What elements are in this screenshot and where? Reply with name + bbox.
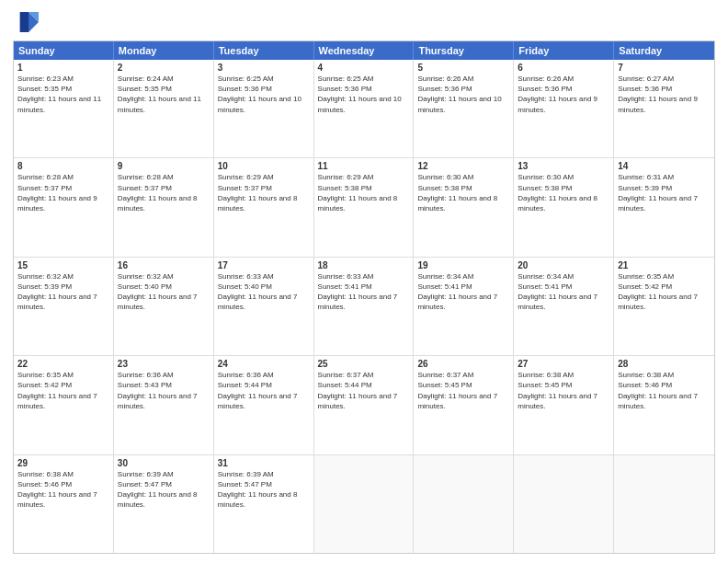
calendar-cell: 9Sunrise: 6:28 AMSunset: 5:37 PMDaylight…	[114, 158, 214, 256]
calendar-body: 1Sunrise: 6:23 AMSunset: 5:35 PMDaylight…	[14, 60, 714, 553]
day-number: 5	[417, 63, 509, 73]
page: Sunday Monday Tuesday Wednesday Thursday…	[0, 0, 728, 563]
day-number: 24	[218, 359, 310, 369]
day-number: 22	[17, 359, 109, 369]
cell-info: Sunrise: 6:30 AMSunset: 5:38 PMDaylight:…	[518, 172, 609, 213]
cell-info: Sunrise: 6:29 AMSunset: 5:38 PMDaylight:…	[318, 172, 410, 213]
cell-info: Sunrise: 6:25 AMSunset: 5:36 PMDaylight:…	[318, 74, 410, 115]
cell-info: Sunrise: 6:38 AMSunset: 5:45 PMDaylight:…	[518, 370, 609, 411]
cell-info: Sunrise: 6:29 AMSunset: 5:37 PMDaylight:…	[218, 172, 310, 213]
cell-info: Sunrise: 6:26 AMSunset: 5:36 PMDaylight:…	[518, 74, 609, 115]
day-number: 30	[118, 458, 210, 468]
cell-info: Sunrise: 6:34 AMSunset: 5:41 PMDaylight:…	[518, 271, 609, 313]
calendar-cell: 14Sunrise: 6:31 AMSunset: 5:39 PMDayligh…	[614, 158, 714, 256]
calendar-cell: 4Sunrise: 6:25 AMSunset: 5:36 PMDaylight…	[314, 60, 415, 157]
calendar-row: 29Sunrise: 6:38 AMSunset: 5:46 PMDayligh…	[14, 455, 714, 553]
day-number: 25	[318, 359, 410, 369]
day-number: 16	[118, 260, 210, 270]
day-number: 15	[17, 260, 109, 270]
day-number: 9	[118, 161, 210, 171]
day-number: 10	[218, 161, 310, 171]
calendar-cell: 7Sunrise: 6:27 AMSunset: 5:36 PMDaylight…	[614, 60, 714, 157]
day-number: 3	[218, 63, 310, 73]
calendar-cell: 10Sunrise: 6:29 AMSunset: 5:37 PMDayligh…	[214, 158, 314, 256]
header-sunday: Sunday	[14, 41, 114, 60]
calendar-cell: 27Sunrise: 6:38 AMSunset: 5:45 PMDayligh…	[514, 356, 614, 454]
day-number: 27	[518, 359, 609, 369]
day-number: 8	[17, 161, 109, 171]
day-number: 14	[618, 161, 711, 171]
svg-marker-1	[20, 12, 28, 32]
cell-info: Sunrise: 6:28 AMSunset: 5:37 PMDaylight:…	[118, 172, 210, 213]
cell-info: Sunrise: 6:27 AMSunset: 5:36 PMDaylight:…	[618, 74, 711, 115]
header-thursday: Thursday	[414, 41, 514, 60]
calendar-cell: 16Sunrise: 6:32 AMSunset: 5:40 PMDayligh…	[114, 258, 214, 355]
calendar-cell: 26Sunrise: 6:37 AMSunset: 5:45 PMDayligh…	[414, 356, 514, 454]
day-number: 18	[318, 260, 410, 270]
calendar-cell: 3Sunrise: 6:25 AMSunset: 5:36 PMDaylight…	[214, 60, 314, 157]
cell-info: Sunrise: 6:25 AMSunset: 5:36 PMDaylight:…	[218, 74, 310, 115]
day-number: 23	[118, 359, 210, 369]
day-number: 20	[518, 260, 609, 270]
cell-info: Sunrise: 6:39 AMSunset: 5:47 PMDaylight:…	[218, 469, 310, 511]
calendar-cell: 28Sunrise: 6:38 AMSunset: 5:46 PMDayligh…	[614, 356, 714, 454]
calendar-cell: 20Sunrise: 6:34 AMSunset: 5:41 PMDayligh…	[514, 258, 614, 355]
calendar-cell	[514, 455, 614, 553]
calendar-row: 1Sunrise: 6:23 AMSunset: 5:35 PMDaylight…	[14, 60, 714, 158]
logo-icon	[13, 9, 39, 35]
cell-info: Sunrise: 6:26 AMSunset: 5:36 PMDaylight:…	[417, 74, 509, 115]
calendar-cell: 12Sunrise: 6:30 AMSunset: 5:38 PMDayligh…	[414, 158, 514, 256]
calendar-cell: 6Sunrise: 6:26 AMSunset: 5:36 PMDaylight…	[514, 60, 614, 157]
calendar-cell: 30Sunrise: 6:39 AMSunset: 5:47 PMDayligh…	[114, 455, 214, 553]
calendar-cell: 5Sunrise: 6:26 AMSunset: 5:36 PMDaylight…	[414, 60, 514, 157]
calendar-cell: 15Sunrise: 6:32 AMSunset: 5:39 PMDayligh…	[14, 258, 114, 355]
cell-info: Sunrise: 6:23 AMSunset: 5:35 PMDaylight:…	[17, 74, 109, 115]
header	[13, 9, 715, 35]
calendar-row: 22Sunrise: 6:35 AMSunset: 5:42 PMDayligh…	[14, 356, 714, 454]
cell-info: Sunrise: 6:35 AMSunset: 5:42 PMDaylight:…	[618, 271, 711, 313]
cell-info: Sunrise: 6:37 AMSunset: 5:45 PMDaylight:…	[417, 370, 509, 411]
day-number: 17	[218, 260, 310, 270]
cell-info: Sunrise: 6:30 AMSunset: 5:38 PMDaylight:…	[417, 172, 509, 213]
day-number: 2	[118, 63, 210, 73]
day-number: 29	[17, 458, 109, 468]
header-wednesday: Wednesday	[314, 41, 415, 60]
day-number: 7	[618, 63, 711, 73]
cell-info: Sunrise: 6:36 AMSunset: 5:44 PMDaylight:…	[218, 370, 310, 411]
cell-info: Sunrise: 6:33 AMSunset: 5:41 PMDaylight:…	[318, 271, 410, 313]
day-number: 11	[318, 161, 410, 171]
calendar-cell: 29Sunrise: 6:38 AMSunset: 5:46 PMDayligh…	[14, 455, 114, 553]
cell-info: Sunrise: 6:24 AMSunset: 5:35 PMDaylight:…	[118, 74, 210, 115]
header-monday: Monday	[114, 41, 214, 60]
logo	[13, 9, 42, 35]
calendar-cell: 21Sunrise: 6:35 AMSunset: 5:42 PMDayligh…	[614, 258, 714, 355]
cell-info: Sunrise: 6:38 AMSunset: 5:46 PMDaylight:…	[17, 469, 109, 511]
cell-info: Sunrise: 6:34 AMSunset: 5:41 PMDaylight:…	[417, 271, 509, 313]
day-number: 28	[618, 359, 711, 369]
cell-info: Sunrise: 6:37 AMSunset: 5:44 PMDaylight:…	[318, 370, 410, 411]
calendar-cell	[314, 455, 415, 553]
calendar-cell: 18Sunrise: 6:33 AMSunset: 5:41 PMDayligh…	[314, 258, 415, 355]
cell-info: Sunrise: 6:39 AMSunset: 5:47 PMDaylight:…	[118, 469, 210, 511]
calendar-cell: 11Sunrise: 6:29 AMSunset: 5:38 PMDayligh…	[314, 158, 415, 256]
cell-info: Sunrise: 6:33 AMSunset: 5:40 PMDaylight:…	[218, 271, 310, 313]
header-saturday: Saturday	[614, 41, 714, 60]
calendar-cell: 25Sunrise: 6:37 AMSunset: 5:44 PMDayligh…	[314, 356, 415, 454]
day-number: 1	[17, 63, 109, 73]
calendar-cell: 23Sunrise: 6:36 AMSunset: 5:43 PMDayligh…	[114, 356, 214, 454]
calendar-cell: 19Sunrise: 6:34 AMSunset: 5:41 PMDayligh…	[414, 258, 514, 355]
cell-info: Sunrise: 6:38 AMSunset: 5:46 PMDaylight:…	[618, 370, 711, 411]
calendar-cell	[414, 455, 514, 553]
day-number: 26	[417, 359, 509, 369]
header-tuesday: Tuesday	[214, 41, 314, 60]
day-number: 6	[518, 63, 609, 73]
calendar-cell: 2Sunrise: 6:24 AMSunset: 5:35 PMDaylight…	[114, 60, 214, 157]
day-number: 31	[218, 458, 310, 468]
day-number: 13	[518, 161, 609, 171]
cell-info: Sunrise: 6:32 AMSunset: 5:39 PMDaylight:…	[17, 271, 109, 313]
calendar: Sunday Monday Tuesday Wednesday Thursday…	[13, 40, 715, 554]
calendar-row: 8Sunrise: 6:28 AMSunset: 5:37 PMDaylight…	[14, 158, 714, 257]
cell-info: Sunrise: 6:28 AMSunset: 5:37 PMDaylight:…	[17, 172, 109, 213]
cell-info: Sunrise: 6:35 AMSunset: 5:42 PMDaylight:…	[17, 370, 109, 411]
calendar-cell: 31Sunrise: 6:39 AMSunset: 5:47 PMDayligh…	[214, 455, 314, 553]
